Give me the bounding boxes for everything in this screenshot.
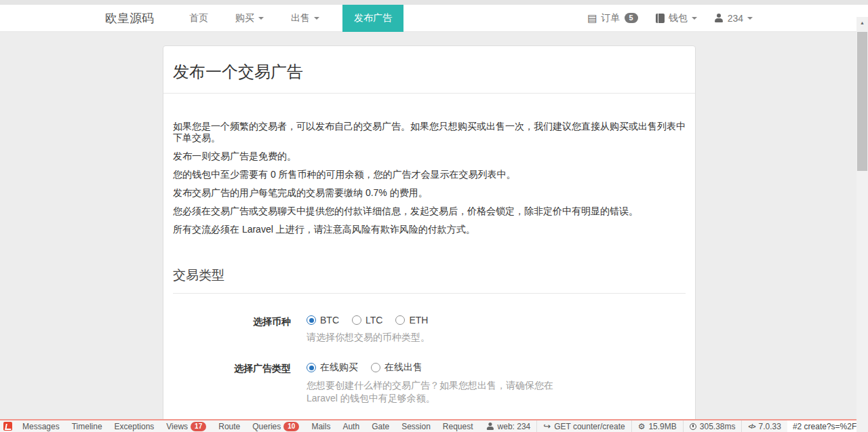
nav-item-wallet[interactable]: 钱包 bbox=[656, 12, 697, 24]
chevron-down-icon bbox=[747, 17, 753, 20]
coin-controls: BTC LTC ETH 请选择你想交易的币种类型。 bbox=[307, 315, 430, 344]
orders-label: 订单 bbox=[601, 12, 620, 24]
time-status-text: 305.38ms bbox=[700, 422, 736, 431]
queries-count-badge: 10 bbox=[283, 422, 299, 431]
post-ad-card: 发布一个交易广告 如果您是一个频繁的交易者，可以发布自己的交易广告。如果您只想购… bbox=[163, 45, 696, 432]
orders-count-badge: 5 bbox=[625, 13, 638, 23]
coin-label: 选择币种 bbox=[173, 315, 291, 344]
nav-item-label: 首页 bbox=[189, 12, 208, 24]
radio-label: ETH bbox=[409, 315, 428, 326]
tab-label: Gate bbox=[372, 422, 389, 431]
debugbar-tab-route[interactable]: Route bbox=[212, 422, 246, 431]
memory-status-text: 15.9MB bbox=[648, 422, 676, 431]
route-status-text: GET counter/create bbox=[554, 422, 625, 431]
laravel-debugbar: Messages Timeline Exceptions Views 17 Ro… bbox=[0, 419, 868, 432]
debugbar-auth-status: web: 234 bbox=[479, 420, 537, 432]
radio-unselected-icon bbox=[371, 363, 380, 372]
radio-online-buy[interactable]: 在线购买 bbox=[307, 361, 358, 374]
views-count-badge: 17 bbox=[191, 422, 206, 431]
radio-unselected-icon bbox=[352, 315, 361, 325]
tab-label: Route bbox=[218, 422, 240, 431]
navbar-right: ▤ 订单 5 钱包 234 bbox=[587, 12, 753, 24]
debugbar-time-status: 305.38ms bbox=[683, 420, 742, 432]
debugbar-tab-auth[interactable]: Auth bbox=[336, 422, 366, 431]
ad-type-label: 选择广告类型 bbox=[173, 361, 291, 405]
intro-paragraph: 发布一则交易广告是免费的。 bbox=[173, 151, 686, 162]
nav-item-sell[interactable]: 出售 bbox=[284, 5, 326, 32]
debugbar-tab-session[interactable]: Session bbox=[395, 422, 437, 431]
radio-label: LTC bbox=[366, 315, 382, 326]
ad-type-radio-group: 在线购买 在线出售 bbox=[307, 361, 559, 374]
route-arrow-icon: ↪ bbox=[543, 422, 551, 431]
debugbar-tab-mails[interactable]: Mails bbox=[305, 422, 336, 431]
debugbar-tab-gate[interactable]: Gate bbox=[366, 422, 395, 431]
debugbar-tab-views[interactable]: Views 17 bbox=[160, 422, 212, 431]
nav-item-label: 购买 bbox=[235, 12, 254, 24]
page-title: 发布一个交易广告 bbox=[173, 61, 686, 83]
gear-icon: ⚙ bbox=[638, 423, 646, 431]
debugbar-tab-request[interactable]: Request bbox=[437, 422, 479, 431]
nav-item-buy[interactable]: 购买 bbox=[229, 5, 271, 32]
tab-label: Messages bbox=[22, 422, 60, 431]
tab-label: Queries bbox=[252, 422, 281, 431]
scrollbar-up-arrow[interactable]: ▲ bbox=[856, 17, 868, 28]
form-row-ad-type: 选择广告类型 在线购买 在线出售 您想要创建什么样的交易广告？如果您想出售，请确… bbox=[173, 361, 686, 405]
section-title-trade-type: 交易类型 bbox=[173, 267, 686, 284]
nav-item-home[interactable]: 首页 bbox=[182, 5, 215, 32]
chevron-down-icon bbox=[314, 17, 319, 20]
tab-label: Session bbox=[401, 422, 431, 431]
debugbar-tab-messages[interactable]: Messages bbox=[16, 422, 66, 431]
radio-label: 在线出售 bbox=[384, 361, 422, 374]
browser-top-strip bbox=[0, 0, 868, 5]
tab-label: Auth bbox=[342, 422, 359, 431]
card-body: 如果您是一个频繁的交易者，可以发布自己的交易广告。如果您只想购买或出售一次，我们… bbox=[163, 121, 695, 432]
clock-icon bbox=[690, 423, 696, 430]
post-ad-form: 选择币种 BTC LTC ETH bbox=[173, 315, 686, 432]
vertical-scrollbar[interactable]: ▲ bbox=[856, 17, 868, 432]
intro-paragraph: 所有交流必须在 Laravel 上进行，请注意高风险有欺诈风险的付款方式。 bbox=[173, 224, 686, 235]
navbar: 欧皇源码 首页 购买 出售 发布广告 ▤ 订单 5 钱包 234 bbox=[0, 5, 868, 32]
debugbar-route-status: ↪ GET counter/create bbox=[536, 420, 631, 432]
radio-selected-icon bbox=[307, 363, 316, 372]
debugbar-tab-timeline[interactable]: Timeline bbox=[66, 422, 108, 431]
radio-label: 在线购买 bbox=[320, 361, 358, 374]
tab-label: Request bbox=[443, 422, 473, 431]
ad-type-controls: 在线购买 在线出售 您想要创建什么样的交易广告？如果您想出售，请确保您在 Lar… bbox=[307, 361, 559, 405]
nav-item-post-ad[interactable]: 发布广告 bbox=[342, 5, 403, 32]
laravel-logo-icon[interactable] bbox=[3, 422, 12, 431]
debugbar-tab-exceptions[interactable]: Exceptions bbox=[108, 422, 161, 431]
debugbar-tab-queries[interactable]: Queries 10 bbox=[246, 422, 305, 431]
nav-item-user[interactable]: 234 bbox=[715, 13, 753, 24]
nav-item-label: 发布广告 bbox=[354, 12, 392, 24]
nav-item-orders[interactable]: ▤ 订单 5 bbox=[587, 12, 637, 24]
tab-label: Mails bbox=[311, 422, 330, 431]
radio-btc[interactable]: BTC bbox=[307, 315, 339, 326]
intro-paragraph: 您必须在交易广告或交易聊天中提供您的付款详细信息，发起交易后，价格会锁定，除非定… bbox=[173, 205, 686, 217]
radio-ltc[interactable]: LTC bbox=[352, 315, 382, 326]
coin-help-text: 请选择你想交易的币种类型。 bbox=[307, 331, 430, 344]
user-icon bbox=[715, 14, 724, 22]
user-label: 234 bbox=[728, 13, 743, 24]
php-version-text: 7.0.33 bbox=[759, 422, 781, 431]
radio-online-sell[interactable]: 在线出售 bbox=[371, 361, 422, 374]
radio-unselected-icon bbox=[395, 315, 405, 325]
ad-type-help-text: 您想要创建什么样的交易广告？如果您想出售，请确保您在 Laravel 的钱包中有… bbox=[307, 379, 559, 405]
form-row-coin: 选择币种 BTC LTC ETH bbox=[173, 315, 686, 344]
wallet-icon bbox=[656, 14, 665, 23]
debugbar-status-area: web: 234 ↪ GET counter/create ⚙ 15.9MB 3… bbox=[479, 420, 868, 432]
user-icon bbox=[486, 423, 494, 430]
radio-eth[interactable]: ETH bbox=[395, 315, 428, 326]
section-divider bbox=[173, 293, 686, 294]
debugbar-memory-status: ⚙ 15.9MB bbox=[631, 420, 683, 432]
debugbar-php-version: </> 7.0.33 bbox=[741, 420, 787, 432]
tab-label: Timeline bbox=[72, 422, 102, 431]
auth-status-text: web: 234 bbox=[498, 422, 531, 431]
coin-radio-group: BTC LTC ETH bbox=[307, 315, 430, 326]
wallet-label: 钱包 bbox=[669, 12, 688, 24]
brand-logo[interactable]: 欧皇源码 bbox=[105, 10, 154, 26]
intro-paragraph: 如果您是一个频繁的交易者，可以发布自己的交易广告。如果您只想购买或出售一次，我们… bbox=[173, 121, 686, 144]
chevron-down-icon bbox=[692, 17, 697, 20]
intro-paragraph: 发布交易广告的用户每笔完成的交易需要缴纳 0.7% 的费用。 bbox=[173, 187, 686, 199]
scrollbar-thumb[interactable] bbox=[857, 32, 867, 171]
intro-paragraphs: 如果您是一个频繁的交易者，可以发布自己的交易广告。如果您只想购买或出售一次，我们… bbox=[173, 121, 686, 235]
